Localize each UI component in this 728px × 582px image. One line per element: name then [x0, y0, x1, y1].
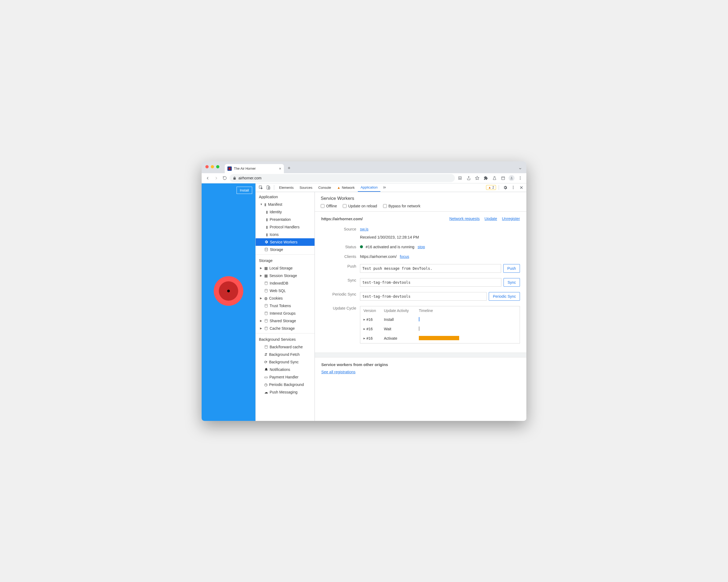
sidebar-item-presentation[interactable]: ▮Presentation [256, 216, 315, 223]
sidebar-item-push-messaging[interactable]: ☁Push Messaging [256, 388, 315, 396]
reload-button[interactable] [221, 174, 229, 182]
application-sidebar: Application ▼▮Manifest ▮Identity ▮Presen… [256, 192, 315, 421]
labs-icon[interactable] [490, 174, 498, 182]
tab-sources[interactable]: Sources [297, 183, 315, 192]
sync-button[interactable]: Sync [503, 278, 520, 287]
close-tab-button[interactable]: × [279, 167, 281, 171]
sidebar-item-trust-tokens[interactable]: Trust Tokens [256, 302, 315, 309]
sidebar-item-background-sync[interactable]: ⟳Background Sync [256, 358, 315, 366]
push-button[interactable]: Push [503, 264, 520, 273]
uc-row-install[interactable]: ▶#16 Install [360, 315, 520, 324]
status-dot-icon [360, 245, 363, 248]
file-icon: ▮ [264, 202, 266, 206]
offline-checkbox[interactable]: Offline [321, 204, 337, 208]
install-app-icon[interactable] [456, 174, 464, 182]
push-label: Push [321, 264, 356, 269]
minimize-window-button[interactable] [211, 165, 214, 168]
update-link[interactable]: Update [485, 217, 497, 221]
bell-icon: 🔔︎ [264, 368, 268, 372]
sidebar-item-icons[interactable]: ▮Icons [256, 231, 315, 238]
sidebar-item-manifest[interactable]: ▼▮Manifest [256, 201, 315, 208]
sidebar-item-cache-storage[interactable]: ▶Cache Storage [256, 325, 315, 332]
sidebar-item-storage[interactable]: Storage [256, 246, 315, 253]
close-window-button[interactable] [205, 165, 209, 168]
sidebar-item-cookies[interactable]: ▶◍Cookies [256, 295, 315, 302]
close-devtools-icon[interactable] [518, 184, 525, 191]
url-input[interactable]: airhorner.com [230, 174, 455, 182]
back-button[interactable] [204, 174, 211, 182]
sidebar-item-payment-handler[interactable]: ▭Payment Handler [256, 373, 315, 381]
sidebar-item-indexeddb[interactable]: IndexedDB [256, 279, 315, 287]
device-toggle-icon[interactable] [265, 184, 272, 191]
stop-link[interactable]: stop [418, 245, 425, 249]
sidebar-item-interest-groups[interactable]: Interest Groups [256, 309, 315, 317]
sidebar-section-application: Application [256, 192, 315, 201]
focus-link[interactable]: focus [400, 254, 409, 259]
source-file-link[interactable]: sw.js [360, 227, 368, 231]
update-cycle-table: Version Update Activity Timeline ▶#16 In… [360, 306, 520, 344]
grid-icon: ▦ [264, 274, 268, 278]
bookmark-icon[interactable] [473, 174, 481, 182]
menu-icon[interactable] [516, 174, 524, 182]
tab-strip: The Air Horner × + [202, 161, 526, 173]
devtools-toolbar: Elements Sources Console ▲ Network Appli… [256, 183, 526, 192]
sidebar-item-background-fetch[interactable]: ⇵Background Fetch [256, 351, 315, 358]
sync-input[interactable] [360, 278, 501, 287]
svg-point-7 [511, 177, 512, 178]
install-button[interactable]: Install [237, 187, 252, 194]
sw-scope-url: https://airhorner.com/ [321, 217, 363, 221]
share-icon[interactable] [465, 174, 473, 182]
sidebar-item-web-sql[interactable]: Web SQL [256, 287, 315, 295]
tab-application[interactable]: Application [358, 183, 381, 192]
bypass-network-checkbox[interactable]: Bypass for network [383, 204, 420, 208]
tab-console[interactable]: Console [316, 183, 334, 192]
sidebar-item-session-storage[interactable]: ▶▦Session Storage [256, 272, 315, 279]
inspect-element-icon[interactable] [257, 184, 264, 191]
more-tabs-icon[interactable] [381, 184, 388, 191]
svg-point-22 [265, 304, 267, 305]
sidebar-item-periodic-bg[interactable]: ◷Periodic Background [256, 381, 315, 388]
periodic-sync-input[interactable] [360, 292, 487, 301]
sync-label: Sync [321, 278, 356, 282]
new-tab-button[interactable]: + [286, 166, 292, 171]
favicon-icon [228, 167, 232, 171]
push-input[interactable] [360, 264, 501, 273]
extensions-icon[interactable] [482, 174, 490, 182]
database-icon [264, 248, 268, 251]
clock-icon: ◷ [264, 382, 267, 387]
warning-badge[interactable]: ▲ 2 [486, 185, 496, 190]
tab-title: The Air Horner [234, 167, 256, 171]
settings-icon[interactable] [502, 184, 509, 191]
tab-network-label: Network [342, 185, 355, 189]
svg-rect-13 [268, 187, 270, 189]
forward-button[interactable] [212, 174, 220, 182]
unregister-link[interactable]: Unregister [502, 217, 520, 221]
update-on-reload-checkbox[interactable]: Update on reload [343, 204, 377, 208]
periodic-sync-button[interactable]: Periodic Sync [489, 292, 520, 301]
tab-overflow-button[interactable] [518, 167, 522, 171]
downloads-icon[interactable] [499, 174, 507, 182]
maximize-window-button[interactable] [216, 165, 219, 168]
sidebar-item-shared-storage[interactable]: ▶Shared Storage [256, 317, 315, 325]
sidebar-item-service-workers[interactable]: Service Workers [256, 238, 315, 246]
sidebar-item-local-storage[interactable]: ▶▦Local Storage [256, 264, 315, 272]
timeline-bar [419, 336, 459, 340]
network-requests-link[interactable]: Network requests [449, 217, 480, 221]
kebab-menu-icon[interactable] [510, 184, 517, 191]
uc-col-activity: Update Activity [384, 308, 419, 313]
browser-window: The Air Horner × + airhorner.com [202, 161, 526, 421]
tab-elements[interactable]: Elements [276, 183, 296, 192]
uc-row-activate[interactable]: ▶#16 Activate [360, 334, 520, 343]
tab-network[interactable]: ▲ Network [334, 183, 358, 192]
sidebar-item-notifications[interactable]: 🔔︎Notifications [256, 366, 315, 373]
received-text: Received 1/30/2023, 12:28:14 PM [360, 235, 520, 239]
sidebar-item-back-forward-cache[interactable]: Back/forward cache [256, 343, 315, 351]
sidebar-item-identity[interactable]: ▮Identity [256, 208, 315, 216]
uc-row-wait[interactable]: ▶#16 Wait [360, 324, 520, 334]
sidebar-item-protocol-handlers[interactable]: ▮Protocol Handlers [256, 223, 315, 231]
airhorn-button[interactable] [214, 276, 243, 306]
browser-tab[interactable]: The Air Horner × [225, 164, 284, 173]
see-all-registrations-link[interactable]: See all registrations [321, 370, 356, 374]
pane-title: Service Workers [321, 196, 520, 201]
profile-avatar[interactable] [508, 174, 516, 182]
